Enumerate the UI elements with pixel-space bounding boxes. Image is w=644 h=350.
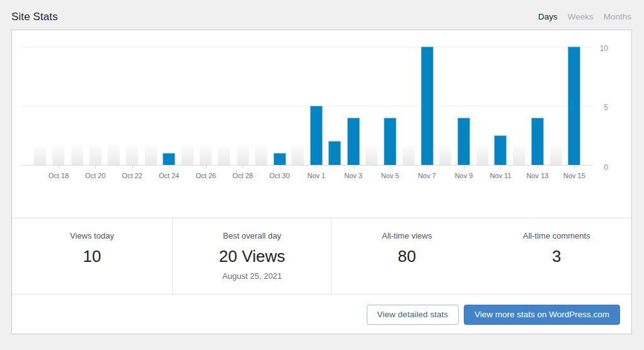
views-bar[interactable] (310, 106, 323, 165)
x-axis-tick (538, 166, 538, 169)
zero-day-placeholder-bar (403, 142, 415, 165)
chart-day-slot-nov-14[interactable] (547, 47, 565, 165)
x-axis-tick (574, 166, 575, 169)
chart-day-slot-oct-18[interactable]: Oct 18 (49, 47, 67, 165)
chart-day-slot-oct-29[interactable] (252, 47, 270, 165)
zero-day-placeholder-bar (89, 142, 101, 165)
chart-day-slot-nov-5[interactable]: Nov 5 (381, 47, 399, 165)
x-axis-tick (59, 166, 59, 169)
chart-day-slot-nov-13[interactable]: Nov 13 (528, 47, 546, 165)
views-bar[interactable] (421, 47, 434, 165)
zero-day-placeholder-bar (292, 142, 304, 165)
chart-day-slot-oct-30[interactable]: Oct 30 (270, 47, 289, 165)
chart-day-slot-nov-3[interactable]: Nov 3 (344, 47, 362, 165)
widget-footer: View detailed stats View more stats on W… (12, 294, 631, 334)
views-bar[interactable] (531, 118, 544, 165)
stat-label: All-time comments (482, 231, 632, 240)
views-bar[interactable] (347, 118, 360, 165)
page-title: Site Stats (11, 11, 58, 23)
chart-day-slot-nov-15[interactable]: Nov 15 (565, 47, 584, 165)
chart-day-slot-oct-19[interactable] (67, 47, 86, 165)
stat-all-time-views: All-time views 80 (332, 218, 482, 294)
chart-day-slot-nov-4[interactable] (362, 47, 381, 165)
views-bar[interactable] (494, 135, 507, 165)
period-tabs: Days Weeks Months (538, 12, 631, 21)
zero-day-placeholder-bar (126, 142, 138, 165)
chart-day-slot-nov-11[interactable]: Nov 11 (492, 47, 510, 165)
views-bar[interactable] (384, 118, 396, 165)
stat-value: 10 (12, 247, 172, 266)
zero-day-placeholder-bar (550, 142, 562, 165)
x-tick-label: Oct 30 (269, 172, 289, 179)
zero-day-placeholder-bar (365, 142, 377, 165)
chart-day-slot-oct-24[interactable]: Oct 24 (160, 47, 178, 165)
x-axis-tick (316, 166, 317, 169)
zero-day-placeholder-bar (439, 142, 451, 165)
view-more-stats-wordpress-button[interactable]: View more stats on WordPress.com (464, 305, 620, 325)
x-axis-tick (132, 166, 133, 169)
zero-day-placeholder-bar (71, 142, 83, 165)
chart-day-slot-nov-1[interactable]: Nov 1 (308, 47, 326, 165)
x-tick-label: Nov 7 (418, 172, 436, 179)
tab-weeks[interactable]: Weeks (568, 12, 594, 21)
zero-day-placeholder-bar (513, 142, 525, 165)
x-tick-label: Oct 28 (233, 172, 253, 179)
views-bar[interactable] (273, 153, 286, 165)
chart-day-slot-nov-12[interactable] (510, 47, 528, 165)
chart-day-slot-oct-21[interactable] (105, 47, 123, 165)
y-tick-label-5: 5 (583, 103, 608, 112)
views-bar[interactable] (328, 141, 341, 165)
chart-day-slot-oct-22[interactable]: Oct 22 (123, 47, 141, 165)
stat-label: All-time views (332, 231, 482, 240)
zero-day-placeholder-bar (476, 142, 488, 165)
chart-day-slot-oct-28[interactable]: Oct 28 (234, 47, 252, 165)
x-axis-line (21, 165, 593, 166)
x-tick-label: Nov 9 (455, 172, 473, 179)
zero-day-placeholder-bar (108, 142, 120, 165)
views-bar-chart: 10 5 0 Oct 18Oct 20Oct 22Oct 24Oct 26Oct… (12, 30, 631, 218)
views-bar[interactable] (163, 153, 175, 165)
chart-day-slot-nov-6[interactable] (400, 47, 418, 165)
stat-label: Views today (12, 231, 172, 240)
stat-all-time-group: All-time views 80 All-time comments 3 (331, 218, 631, 294)
zero-day-placeholder-bar (34, 142, 46, 165)
x-tick-label: Oct 18 (49, 172, 69, 179)
chart-day-slot-oct-25[interactable] (178, 47, 197, 165)
chart-day-slot-nov-9[interactable]: Nov 9 (454, 47, 473, 165)
chart-day-slot-nov-8[interactable] (436, 47, 454, 165)
x-tick-label: Oct 26 (196, 172, 216, 179)
zero-day-placeholder-bar (181, 142, 193, 165)
zero-day-placeholder-bar (237, 142, 249, 165)
tab-days[interactable]: Days (538, 12, 558, 21)
stat-label: Best overall day (173, 231, 331, 240)
summary-stats-row: Views today 10 Best overall day 20 Views… (12, 218, 631, 294)
chart-day-slot-oct-27[interactable] (215, 47, 233, 165)
chart-day-slot-nov-10[interactable] (473, 47, 492, 165)
chart-day-slot-nov-7[interactable]: Nov 7 (418, 47, 436, 165)
y-tick-label-0: 0 (583, 163, 608, 172)
x-tick-label: Nov 1 (308, 172, 326, 179)
views-bar[interactable] (568, 47, 580, 165)
stat-best-overall-day: Best overall day 20 Views August 25, 202… (172, 218, 331, 294)
chart-day-slot-nov-2[interactable] (326, 47, 344, 165)
y-tick-label-10: 10 (583, 44, 608, 53)
stat-value: 80 (332, 247, 482, 266)
chart-day-slot-oct-23[interactable] (141, 47, 159, 165)
chart-day-slot-oct-20[interactable]: Oct 20 (86, 47, 105, 165)
zero-day-placeholder-bar (145, 142, 157, 165)
chart-day-slot-oct-31[interactable] (289, 47, 307, 165)
stat-date: August 25, 2021 (173, 271, 331, 281)
chart-day-slot-oct-26[interactable]: Oct 26 (197, 47, 215, 165)
x-axis-tick (354, 166, 354, 169)
chart-day-slot-oct-17[interactable] (31, 47, 49, 165)
view-detailed-stats-button[interactable]: View detailed stats (367, 305, 459, 325)
x-tick-label: Oct 22 (122, 172, 142, 179)
views-bar[interactable] (457, 118, 470, 165)
stat-value: 3 (482, 247, 632, 266)
tab-months[interactable]: Months (604, 12, 631, 21)
chart-plot-area: 10 5 0 Oct 18Oct 20Oct 22Oct 24Oct 26Oct… (21, 47, 593, 166)
zero-day-placeholder-bar (200, 142, 212, 165)
bars-container: Oct 18Oct 20Oct 22Oct 24Oct 26Oct 28Oct … (31, 47, 584, 165)
x-tick-label: Nov 13 (527, 172, 549, 179)
x-axis-tick (390, 166, 391, 169)
